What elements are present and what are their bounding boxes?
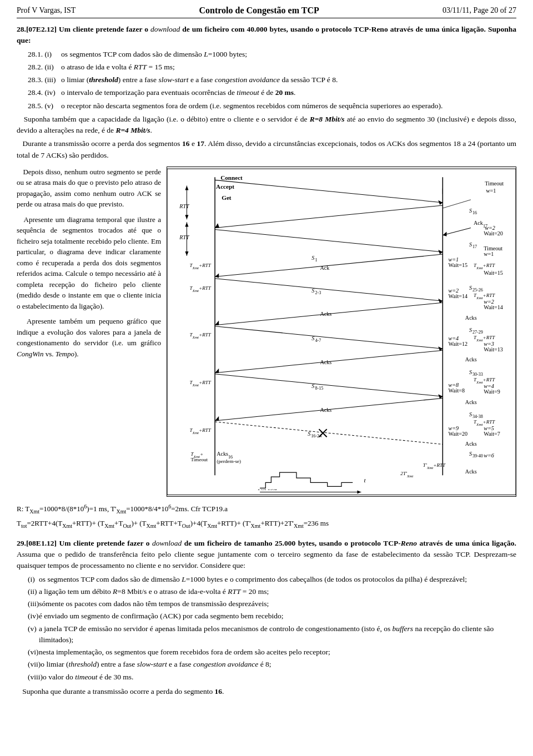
svg-text:Acks: Acks [320, 406, 332, 412]
svg-text:S: S [469, 241, 472, 248]
q28-para2: Durante a transmissão ocorre a perda dos… [17, 138, 516, 161]
diagram-svg: Connect Accept Get RTT RTT [167, 167, 516, 497]
svg-text:(perdem-se): (perdem-se) [217, 458, 241, 464]
svg-text:34-38: 34-38 [472, 414, 483, 419]
svg-text:RTT: RTT [179, 234, 190, 240]
header-left: Prof V Vargas, IST [17, 6, 76, 15]
q28-item-3: 28.3. (iii) o limiar (threshold) entre a… [28, 74, 516, 85]
page-content: 28.[07E2.12] Um cliente pretende fazer o… [17, 24, 516, 697]
svg-text:Wait=15: Wait=15 [484, 269, 503, 275]
header-center: Controlo de Congestão em TCP [76, 6, 443, 16]
q29-item-vii: (vii) o limiar (threshold) entre a fase … [28, 659, 516, 670]
q29-item-iv: (iv) é enviado um segmento de confirmaçã… [28, 611, 516, 622]
left-text-col: Depois disso, nenhum outro segmento se p… [17, 167, 167, 497]
svg-text:1: 1 [315, 258, 317, 263]
q29-item-v: (v) a janela TCP de emissão no servidor … [28, 623, 516, 646]
svg-text:Timeout: Timeout [191, 457, 208, 462]
svg-text:8-15: 8-15 [315, 386, 323, 391]
header-right: 03/11/11, Page 20 of 27 [443, 6, 516, 15]
svg-text:w=1: w=1 [484, 251, 494, 257]
svg-text:S: S [469, 450, 472, 456]
svg-text:Get: Get [222, 194, 232, 201]
svg-text:Acks: Acks [465, 399, 477, 405]
svg-text:Acks: Acks [320, 359, 332, 365]
q29-item-vi: (vi) nesta implementação, os segmentos q… [28, 647, 516, 658]
svg-text:S: S [469, 285, 472, 291]
diagram-section: Depois disso, nenhum outro segmento se p… [17, 167, 516, 497]
q28-item-2: 28.2. (ii) o atraso de ida e volta é RTT… [28, 62, 516, 73]
q29-item-ii: (ii) a ligação tem um débito R=8 Mbit/s … [28, 586, 516, 597]
svg-text:30-33: 30-33 [472, 372, 483, 377]
svg-text:Wait=9: Wait=9 [484, 389, 500, 395]
question-29: 29.[08E1.12] Um cliente pretende fazer o… [17, 538, 516, 697]
q28-title: 28.[07E2.12] Um cliente pretende fazer o… [17, 24, 516, 47]
svg-text:4-7: 4-7 [315, 338, 321, 343]
q28-item-4: 28.4. (iv) o intervalo de temporização p… [28, 87, 516, 98]
svg-rect-0 [167, 169, 516, 495]
svg-text:S: S [469, 369, 472, 375]
svg-text:S: S [311, 335, 314, 341]
svg-text:Acks: Acks [465, 356, 477, 362]
q29-item-i: (i) os segmentos TCP com dados são de di… [28, 574, 516, 585]
q29-last: Suponha que durante a transmissão ocorre… [17, 686, 516, 697]
svg-text:S: S [469, 208, 472, 214]
svg-text:2-3: 2-3 [315, 290, 321, 295]
svg-text:Wait=20: Wait=20 [484, 230, 503, 236]
q29-item-viii: (viii) o valor do timeout é de 30 ms. [28, 672, 516, 683]
formula-ttot: Ttot=2RTT+4(TXmt+RTT)+ (TXmt+TOut)+ (TXm… [17, 518, 516, 530]
svg-text:Wait=12: Wait=12 [448, 341, 467, 347]
svg-text:S: S [311, 255, 314, 261]
svg-text:Timeout: Timeout [485, 180, 504, 187]
svg-text:Wait=15: Wait=15 [448, 262, 467, 268]
svg-text:Wait=20: Wait=20 [448, 431, 467, 437]
q28-item-1: 28.1. (i) os segmentos TCP com dados são… [28, 49, 516, 60]
svg-text:S: S [311, 288, 314, 294]
svg-text:27-29: 27-29 [472, 330, 483, 335]
svg-text:S: S [469, 327, 472, 333]
svg-text:Ack: Ack [320, 265, 330, 271]
svg-text:39-40: 39-40 [472, 453, 483, 458]
formula-r: R: TXmt=1000*8/(8*106)=1 ms, T'Xmt=1000*… [17, 502, 516, 516]
svg-text:16: 16 [472, 210, 477, 215]
svg-text:Acks: Acks [465, 468, 477, 475]
svg-text:25-26: 25-26 [472, 288, 483, 293]
svg-text:Wait=7: Wait=7 [484, 431, 500, 437]
svg-text:S: S [311, 383, 314, 389]
svg-text:Connect: Connect [220, 174, 243, 181]
tcp-diagram: Connect Accept Get RTT RTT [167, 167, 516, 497]
svg-text:Wait=8: Wait=8 [448, 387, 465, 394]
svg-text:Accept: Accept [216, 183, 234, 189]
svg-text:Acks: Acks [465, 441, 477, 447]
svg-text:17: 17 [472, 244, 477, 249]
q29-item-iii: (iii) sómente os pacotes com dados não t… [28, 598, 516, 609]
svg-text:Wait=14: Wait=14 [484, 304, 503, 310]
svg-text:Acks: Acks [465, 314, 477, 320]
q28-item-5: 28.5. (v) o receptor não descarta segmen… [28, 100, 516, 112]
svg-text:Wait=14: Wait=14 [448, 293, 467, 299]
question-28: 28.[07E2.12] Um cliente pretende fazer o… [17, 24, 516, 530]
svg-text:Wait=13: Wait=13 [484, 346, 503, 352]
svg-text:w=1: w=1 [486, 187, 496, 193]
q29-title: 29.[08E1.12] Um cliente pretende fazer o… [17, 538, 516, 572]
q28-para1: Suponha também que a capacidade da ligaç… [17, 114, 516, 137]
svg-text:w=6: w=6 [484, 452, 494, 458]
svg-text:RTT: RTT [179, 203, 190, 209]
svg-text:S: S [308, 431, 310, 437]
page-header: Prof V Vargas, IST Controlo de Congestão… [17, 6, 516, 18]
svg-text:Acks: Acks [320, 311, 332, 317]
svg-text:S: S [469, 411, 472, 417]
svg-text:16-24: 16-24 [311, 434, 321, 439]
